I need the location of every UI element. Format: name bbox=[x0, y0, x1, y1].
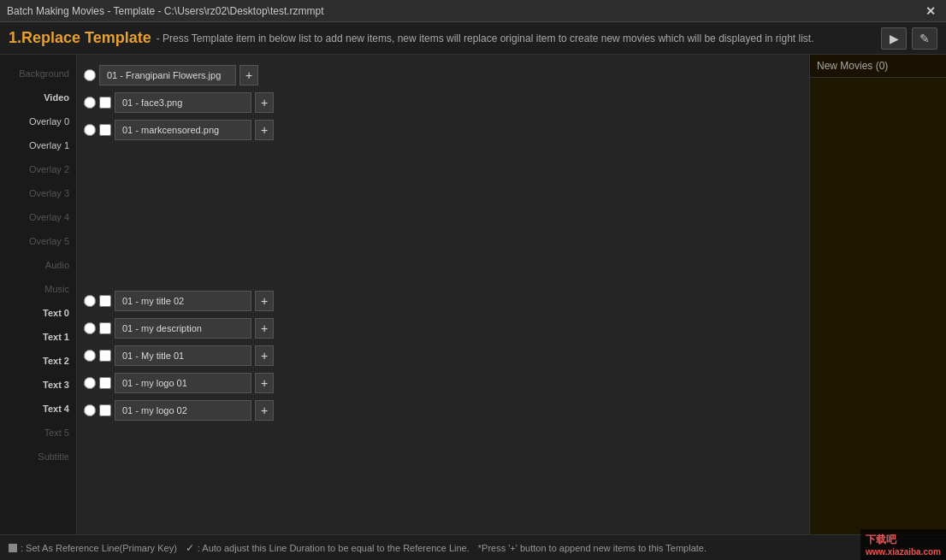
video-row: 01 - Frangipani Flowers.jpg + bbox=[77, 62, 809, 89]
text4-plus-button[interactable]: + bbox=[255, 400, 274, 421]
text0-row: 01 - my title 02 + bbox=[77, 287, 809, 315]
overlay1-checkbox[interactable] bbox=[99, 124, 111, 136]
header-buttons: ▶ ✎ bbox=[881, 27, 937, 50]
sidebar-item-overlay1: Overlay 1 bbox=[0, 133, 76, 157]
overlay0-checkbox[interactable] bbox=[99, 97, 111, 109]
subtitle-empty bbox=[77, 448, 809, 472]
text1-plus-button[interactable]: + bbox=[255, 318, 274, 339]
footer-reference-label: : Set As Reference Line(Primary Key) bbox=[21, 543, 177, 553]
text1-checkbox[interactable] bbox=[99, 322, 111, 334]
page-title: 1.Replace Template bbox=[9, 29, 151, 47]
sidebar-item-text2: Text 2 bbox=[0, 349, 76, 373]
sidebar-item-overlay0: Overlay 0 bbox=[0, 109, 76, 133]
sidebar-item-video: Video bbox=[0, 85, 76, 109]
content-area: 01 - Frangipani Flowers.jpg + 01 - face3… bbox=[77, 55, 809, 534]
sidebar-item-text3: Text 3 bbox=[0, 373, 76, 397]
text0-checkbox[interactable] bbox=[99, 295, 111, 307]
right-panel: New Movies (0) bbox=[809, 55, 946, 534]
sidebar-item-overlay5: Overlay 5 bbox=[0, 229, 76, 253]
overlay4-empty bbox=[77, 192, 809, 215]
footer-auto-adjust-item: ✓ : Auto adjust this Line Duration to be… bbox=[186, 542, 470, 554]
title-bar: Batch Making Movies - Template - C:\User… bbox=[0, 0, 946, 22]
overlay5-empty bbox=[77, 215, 809, 239]
sidebar-item-audio: Audio bbox=[0, 253, 76, 277]
watermark: 下载吧 www.xiazaiba.com bbox=[860, 529, 946, 560]
footer-plus-note-item: *Press '+' button to append new items to… bbox=[478, 543, 707, 553]
overlay3-empty bbox=[77, 168, 809, 192]
text2-plus-button[interactable]: + bbox=[255, 345, 274, 366]
overlay2-empty bbox=[77, 144, 809, 168]
overlay1-plus-button[interactable]: + bbox=[255, 120, 274, 140]
text2-radio[interactable] bbox=[84, 350, 96, 362]
sidebar-item-subtitle: Subtitle bbox=[0, 445, 76, 469]
header: 1.Replace Template - Press Template item… bbox=[0, 22, 946, 55]
text0-radio[interactable] bbox=[84, 295, 96, 307]
overlay1-item-button[interactable]: 01 - markcensored.png bbox=[115, 120, 251, 140]
video-radio[interactable] bbox=[84, 69, 96, 81]
page-subtitle: - Press Template item in below list to a… bbox=[157, 32, 881, 44]
footer-items: : Set As Reference Line(Primary Key) ✓ :… bbox=[9, 542, 707, 554]
right-panel-header: New Movies (0) bbox=[810, 55, 946, 78]
footer-square-icon bbox=[9, 544, 17, 552]
text3-row: 01 - my logo 01 + bbox=[77, 369, 809, 397]
overlay0-row: 01 - face3.png + bbox=[77, 89, 809, 116]
sidebar-item-text4: Text 4 bbox=[0, 397, 76, 421]
watermark-line1: 下载吧 bbox=[866, 533, 941, 547]
play-button[interactable]: ▶ bbox=[881, 27, 907, 50]
text2-item-button[interactable]: 01 - My title 01 bbox=[115, 345, 251, 366]
text1-item-button[interactable]: 01 - my description bbox=[115, 318, 251, 339]
text0-plus-button[interactable]: + bbox=[255, 291, 274, 311]
title-bar-title: Batch Making Movies - Template - C:\User… bbox=[7, 5, 324, 17]
overlay0-radio[interactable] bbox=[84, 97, 96, 109]
sidebar-item-music: Music bbox=[0, 277, 76, 301]
music-empty bbox=[77, 263, 809, 287]
text1-radio[interactable] bbox=[84, 322, 96, 334]
footer: : Set As Reference Line(Primary Key) ✓ :… bbox=[0, 534, 946, 560]
main-area: Background Video Overlay 0 Overlay 1 Ove… bbox=[0, 55, 946, 534]
overlay1-radio[interactable] bbox=[84, 124, 96, 136]
text5-empty bbox=[77, 424, 809, 448]
text2-checkbox[interactable] bbox=[99, 350, 111, 362]
overlay1-row: 01 - markcensored.png + bbox=[77, 116, 809, 144]
overlay0-plus-button[interactable]: + bbox=[255, 92, 274, 113]
sidebar-item-text0: Text 0 bbox=[0, 301, 76, 325]
audio-empty bbox=[77, 239, 809, 263]
text3-radio[interactable] bbox=[84, 377, 96, 389]
text4-row: 01 - my logo 02 + bbox=[77, 397, 809, 424]
text3-checkbox[interactable] bbox=[99, 377, 111, 389]
watermark-line2: www.xiazaiba.com bbox=[866, 547, 941, 557]
sidebar-item-text5: Text 5 bbox=[0, 421, 76, 445]
sidebar-item-text1: Text 1 bbox=[0, 325, 76, 349]
text4-checkbox[interactable] bbox=[99, 404, 111, 416]
text4-radio[interactable] bbox=[84, 404, 96, 416]
video-item-button[interactable]: 01 - Frangipani Flowers.jpg bbox=[99, 65, 236, 85]
text3-item-button[interactable]: 01 - my logo 01 bbox=[115, 373, 251, 393]
overlay0-item-button[interactable]: 01 - face3.png bbox=[115, 92, 251, 113]
text0-item-button[interactable]: 01 - my title 02 bbox=[115, 291, 251, 311]
text1-row: 01 - my description + bbox=[77, 315, 809, 342]
close-button[interactable]: ✕ bbox=[922, 4, 939, 18]
right-panel-content bbox=[810, 78, 946, 534]
sidebar-item-overlay2: Overlay 2 bbox=[0, 157, 76, 181]
sidebar-item-overlay3: Overlay 3 bbox=[0, 181, 76, 205]
video-plus-button[interactable]: + bbox=[239, 65, 258, 85]
edit-button[interactable]: ✎ bbox=[912, 27, 937, 50]
sidebar-item-background: Background bbox=[0, 62, 76, 85]
sidebar: Background Video Overlay 0 Overlay 1 Ove… bbox=[0, 55, 77, 534]
footer-check-icon: ✓ bbox=[186, 542, 194, 554]
text4-item-button[interactable]: 01 - my logo 02 bbox=[115, 400, 251, 421]
footer-reference-item: : Set As Reference Line(Primary Key) bbox=[9, 543, 177, 553]
footer-plus-note: *Press '+' button to append new items to… bbox=[478, 543, 707, 553]
sidebar-item-overlay4: Overlay 4 bbox=[0, 205, 76, 229]
footer-auto-adjust-label: : Auto adjust this Line Duration to be e… bbox=[198, 543, 470, 553]
text2-row: 01 - My title 01 + bbox=[77, 342, 809, 369]
text3-plus-button[interactable]: + bbox=[255, 373, 274, 393]
